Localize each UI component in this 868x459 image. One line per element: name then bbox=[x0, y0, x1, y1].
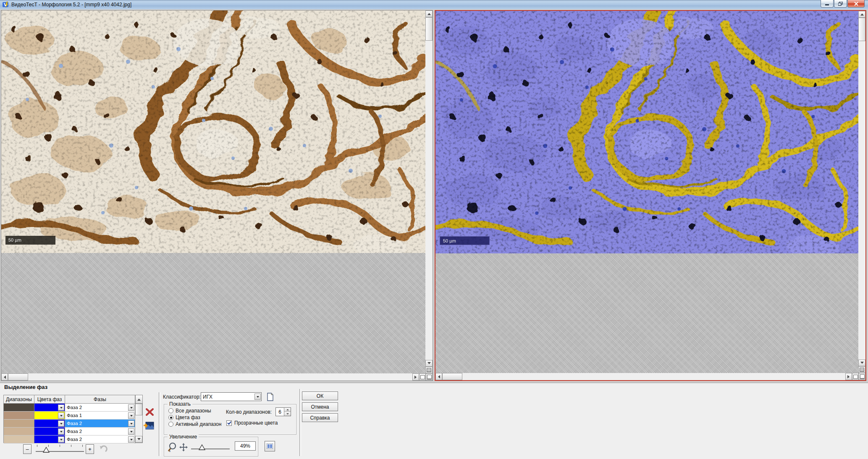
ranges-count-spinner[interactable]: 6 bbox=[275, 407, 291, 416]
table-scrollbar[interactable] bbox=[135, 404, 142, 443]
phase-cell[interactable]: Фаза 2 bbox=[65, 420, 135, 428]
fit-page-icon bbox=[420, 375, 425, 379]
cancel-button[interactable]: Отмена bbox=[302, 402, 338, 411]
apply-phases-button[interactable] bbox=[143, 422, 154, 430]
phase-dropdown-button[interactable] bbox=[128, 404, 134, 411]
radio-phase-colors[interactable]: Цвета фаз bbox=[168, 415, 200, 420]
range-slider-thumb[interactable] bbox=[43, 447, 50, 453]
radio-all-ranges[interactable]: Все диапазоны bbox=[168, 408, 211, 414]
phase-label: Фаза 2 bbox=[65, 421, 128, 426]
chevron-down-icon bbox=[60, 439, 63, 442]
phase-color-cell[interactable] bbox=[34, 420, 65, 428]
phase-cell[interactable]: Фаза 2 bbox=[65, 428, 135, 436]
scroll-down-button[interactable] bbox=[425, 360, 433, 367]
vertical-scrollbar-left[interactable] bbox=[425, 10, 433, 373]
zoom-1to1-icon[interactable]: 1 bbox=[168, 442, 177, 452]
phase-dropdown-button[interactable] bbox=[128, 428, 134, 435]
color-dropdown-button[interactable] bbox=[58, 428, 64, 435]
scroll-up-button[interactable] bbox=[425, 10, 433, 17]
fit-page-button[interactable] bbox=[852, 373, 859, 380]
pan-icon[interactable] bbox=[179, 443, 188, 451]
remove-range-button[interactable]: – bbox=[23, 444, 31, 454]
range-swatch[interactable] bbox=[4, 404, 34, 412]
zoom-slider-thumb[interactable] bbox=[199, 444, 206, 451]
scroll-left-button[interactable] bbox=[435, 373, 442, 380]
canvas-area-left: 50 µm bbox=[1, 10, 425, 373]
arrow-right-icon bbox=[847, 375, 851, 378]
vertical-scrollbar-right[interactable] bbox=[858, 11, 865, 373]
classifier-value: ИГХ bbox=[201, 394, 254, 400]
add-range-button[interactable]: + bbox=[86, 444, 94, 454]
range-swatch[interactable] bbox=[4, 412, 34, 420]
table-row[interactable]: Фаза 2 bbox=[4, 404, 142, 412]
phase-dropdown-button[interactable] bbox=[128, 436, 134, 443]
help-button[interactable]: Справка bbox=[302, 413, 338, 422]
phase-color-cell[interactable] bbox=[34, 404, 65, 412]
phase-cell[interactable]: Фаза 2 bbox=[65, 436, 135, 443]
phase-cell[interactable]: Фаза 2 bbox=[65, 404, 135, 412]
table-row[interactable]: Фаза 2 bbox=[4, 428, 142, 436]
scroll-thumb[interactable] bbox=[442, 373, 462, 380]
delete-range-button[interactable] bbox=[145, 407, 155, 417]
phase-color-cell[interactable] bbox=[34, 412, 65, 420]
classifier-dropdown-button[interactable] bbox=[254, 394, 261, 400]
split-view-button[interactable] bbox=[265, 441, 275, 451]
scroll-extra-button[interactable] bbox=[858, 366, 865, 373]
transparent-colors-checkbox[interactable]: Прозрачные цвета bbox=[226, 420, 278, 426]
phase-dropdown-button[interactable] bbox=[128, 412, 134, 419]
original-histology-image[interactable]: 50 µm bbox=[1, 10, 425, 253]
phase-color-cell[interactable] bbox=[34, 428, 65, 436]
phase-dropdown-button[interactable] bbox=[128, 420, 134, 427]
phase-cell[interactable]: Фаза 1 bbox=[65, 412, 135, 420]
color-dropdown-button[interactable] bbox=[58, 412, 64, 419]
undo-icon[interactable] bbox=[99, 445, 108, 453]
zoom-slider-track[interactable] bbox=[191, 449, 230, 449]
scroll-down-button[interactable] bbox=[858, 360, 865, 366]
column-header-phase-colors[interactable]: Цвета фаз bbox=[34, 395, 65, 403]
scroll-up-button[interactable] bbox=[858, 11, 865, 18]
radio-active-range[interactable]: Активный диапазон bbox=[168, 421, 221, 427]
spinner-up-button[interactable] bbox=[284, 408, 291, 412]
scroll-thumb[interactable] bbox=[135, 404, 142, 415]
color-dropdown-button[interactable] bbox=[58, 404, 64, 411]
classifier-select[interactable]: ИГХ bbox=[201, 392, 262, 401]
thumbnail-navigator-icon bbox=[860, 368, 864, 372]
table-row[interactable]: Фаза 1 bbox=[4, 412, 142, 420]
spinner-down-button[interactable] bbox=[284, 412, 291, 416]
scroll-right-button[interactable] bbox=[412, 373, 419, 381]
table-scroll-down-button[interactable] bbox=[135, 436, 142, 443]
table-row[interactable]: Фаза 2 bbox=[4, 436, 142, 443]
color-dropdown-button[interactable] bbox=[58, 436, 64, 443]
scroll-thumb[interactable] bbox=[8, 373, 28, 381]
ok-button[interactable]: ОК bbox=[302, 391, 338, 400]
fit-screen-button[interactable] bbox=[859, 373, 865, 380]
color-dropdown-button[interactable] bbox=[58, 420, 64, 427]
range-swatch[interactable] bbox=[4, 436, 34, 443]
horizontal-scrollbar-left[interactable] bbox=[1, 373, 433, 381]
new-classifier-icon bbox=[266, 393, 274, 401]
new-classifier-button[interactable] bbox=[266, 393, 274, 401]
phase-color-cell[interactable] bbox=[34, 436, 65, 443]
minimize-button[interactable] bbox=[821, 0, 834, 8]
fit-page-button[interactable] bbox=[419, 373, 426, 381]
scroll-thumb[interactable] bbox=[858, 18, 865, 41]
arrow-up-icon bbox=[427, 11, 431, 15]
scroll-right-button[interactable] bbox=[845, 373, 852, 380]
horizontal-scrollbar-right[interactable] bbox=[435, 373, 865, 380]
column-header-phases[interactable]: Фазы bbox=[65, 395, 135, 403]
zoom-value[interactable]: 49% bbox=[235, 441, 256, 451]
scroll-extra-button[interactable] bbox=[425, 367, 433, 373]
restore-button[interactable] bbox=[834, 0, 847, 8]
segmented-histology-image[interactable]: 50 µm bbox=[435, 11, 858, 253]
table-scroll-up-button[interactable] bbox=[135, 395, 142, 404]
phase-table: Диапазоны Цвета фаз Фазы Фаза 2 Фаза 1 Ф… bbox=[3, 395, 143, 443]
scroll-left-button[interactable] bbox=[1, 373, 8, 381]
scroll-thumb[interactable] bbox=[425, 17, 433, 41]
column-header-ranges[interactable]: Диапазоны bbox=[4, 395, 34, 403]
table-row-selected[interactable]: Фаза 2 bbox=[4, 420, 142, 428]
range-swatch[interactable] bbox=[4, 420, 34, 428]
close-button[interactable] bbox=[847, 0, 865, 8]
fit-screen-button[interactable] bbox=[426, 373, 433, 381]
range-swatch[interactable] bbox=[4, 428, 34, 436]
arrow-down-icon bbox=[860, 362, 864, 365]
